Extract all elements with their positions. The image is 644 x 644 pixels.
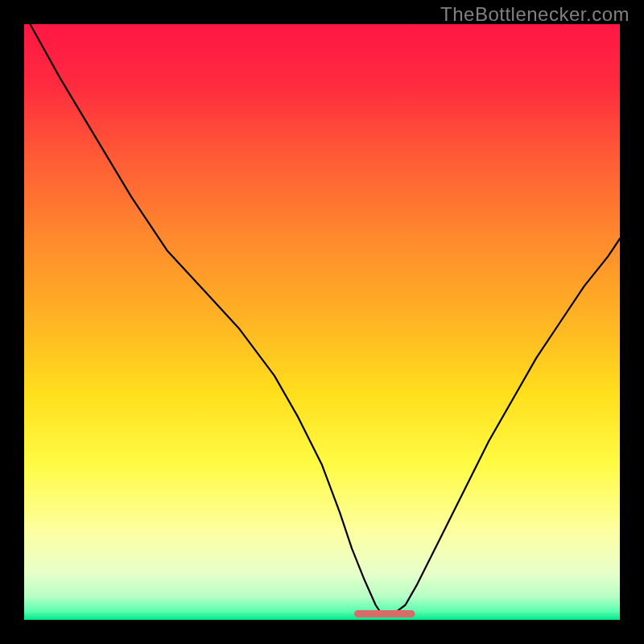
plot-area	[24, 24, 620, 620]
chart-frame: TheBottlenecker.com	[0, 0, 644, 644]
watermark-text: TheBottlenecker.com	[440, 3, 630, 26]
bottleneck-chart	[24, 24, 620, 620]
gradient-background	[24, 24, 620, 620]
